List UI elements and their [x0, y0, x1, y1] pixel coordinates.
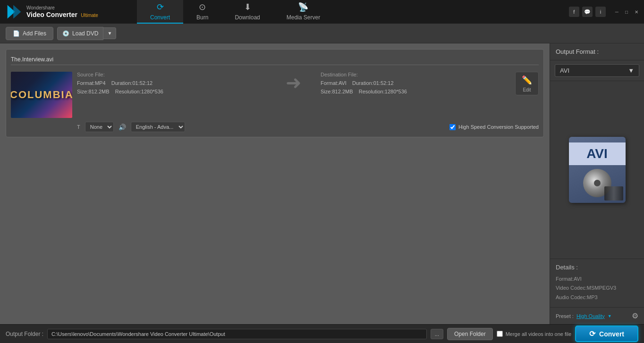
source-format-row: Format:MP4 Duration:01:52:12: [77, 79, 267, 88]
close-button[interactable]: ✕: [633, 8, 640, 16]
ultimate-label: Ultimate: [81, 13, 98, 18]
format-preview: AVI: [550, 81, 644, 259]
avi-film-strip: [604, 186, 623, 201]
source-label: Source File:: [77, 72, 267, 77]
dest-size-row: Size:812.2MB Resolution:1280*536: [321, 88, 510, 96]
edit-icon: ✏️: [522, 75, 532, 85]
burn-tab-icon: ⊙: [199, 2, 206, 12]
format-dropdown[interactable]: AVI ▼: [555, 64, 639, 77]
avi-format-icon: AVI: [569, 137, 626, 203]
logo-area: Wondershare Video Converter Ultimate: [0, 0, 137, 24]
convert-button-label: Convert: [599, 330, 624, 338]
file-thumbnail: COLUMBIA: [11, 72, 72, 118]
dest-format-value: AVI: [339, 80, 347, 86]
bottom-bar: Output Folder : ... Open Folder Merge al…: [0, 324, 644, 343]
right-panel: Output Format : AVI ▼ AVI Details : Form…: [550, 43, 644, 324]
source-duration-label: Duration:: [111, 80, 133, 86]
add-files-label: Add Files: [23, 30, 46, 37]
facebook-icon[interactable]: f: [569, 7, 579, 17]
dest-label: Destination File:: [321, 72, 510, 77]
source-file-details: Source File: Format:MP4 Duration:01:52:1…: [77, 72, 267, 96]
source-size-label: Size:: [77, 89, 88, 94]
file-item: The.Interview.avi COLUMBIA Source File: …: [6, 49, 544, 137]
dest-resolution-value: 1280*536: [385, 89, 407, 94]
info-icon[interactable]: i: [595, 7, 606, 17]
window-controls: ─ □ ✕: [610, 0, 644, 24]
details-header: Details :: [556, 264, 638, 271]
file-controls-row: T None 🔊 English - Adva... High Speed Co…: [11, 122, 539, 132]
toolbar: 📄 Add Files 💿 Load DVD ▼: [0, 24, 644, 43]
convert-button[interactable]: ⟳ Convert: [575, 326, 638, 342]
chat-icon[interactable]: 💬: [582, 7, 593, 17]
more-options-button[interactable]: ...: [431, 329, 443, 339]
source-duration-value: 01:52:12: [132, 80, 153, 86]
source-resolution-label: Resolution:: [115, 89, 141, 94]
load-dvd-button-group: 💿 Load DVD ▼: [57, 27, 116, 40]
preset-value[interactable]: High Quality: [576, 313, 605, 319]
high-speed-check: High Speed Conversion Supported: [449, 124, 539, 130]
preset-section: Preset : High Quality ▼ ⚙: [550, 307, 644, 324]
source-size-row: Size:812.2MB Resolution:1280*536: [77, 88, 267, 96]
audio-select[interactable]: English - Adva...: [131, 122, 185, 132]
load-dvd-label: Load DVD: [72, 30, 98, 37]
video-codec-detail: Video Codec:MSMPEGV3: [556, 284, 638, 293]
details-section: Details : Format:AVI Video Codec:MSMPEGV…: [550, 259, 644, 307]
dest-size-value: 812.2MB: [332, 89, 353, 94]
preset-arrow-icon: ▼: [608, 314, 612, 318]
tab-convert-label: Convert: [150, 14, 170, 21]
output-format-header: Output Format :: [550, 43, 644, 60]
tab-download-label: Download: [235, 14, 260, 21]
load-dvd-button[interactable]: 💿 Load DVD: [57, 27, 103, 40]
output-path-input[interactable]: [47, 329, 427, 339]
high-speed-checkbox[interactable]: [449, 124, 456, 130]
open-folder-button[interactable]: Open Folder: [447, 328, 493, 340]
tab-media-server[interactable]: 📡 Media Server: [273, 0, 333, 24]
dest-size-label: Size:: [321, 89, 332, 94]
file-item-main-row: COLUMBIA Source File: Format:MP4 Duratio…: [11, 72, 539, 118]
convert-spin-icon: ⟳: [589, 329, 595, 338]
maximize-button[interactable]: □: [623, 8, 630, 16]
format-dropdown-arrow: ▼: [628, 67, 634, 74]
app-logo-icon: [6, 3, 23, 20]
social-icons: f 💬 i: [565, 0, 610, 24]
gear-settings-icon[interactable]: ⚙: [632, 311, 638, 320]
file-item-name: The.Interview.avi: [11, 56, 53, 63]
tab-burn[interactable]: ⊙ Burn: [183, 0, 221, 24]
format-detail: Format:AVI: [556, 275, 638, 284]
format-dropdown-value: AVI: [560, 67, 569, 74]
audio-icon: 🔊: [119, 124, 126, 131]
dest-format-label: Format:: [321, 80, 339, 86]
nav-tabs: ⟳ Convert ⊙ Burn ⬇ Download 📡 Media Serv…: [137, 0, 565, 24]
merge-checkbox[interactable]: [497, 331, 503, 337]
main-layout: The.Interview.avi COLUMBIA Source File: …: [0, 43, 644, 324]
tab-media-server-label: Media Server: [287, 14, 320, 21]
dest-duration-label: Duration:: [352, 80, 373, 86]
merge-label: Merge all videos into one file: [506, 331, 571, 337]
edit-label: Edit: [523, 87, 531, 92]
load-dvd-dropdown-arrow[interactable]: ▼: [103, 27, 116, 39]
load-dvd-icon: 💿: [62, 30, 69, 37]
product-name-label: Video Converter: [26, 11, 77, 18]
wondershare-label: Wondershare: [26, 5, 98, 11]
add-files-icon: 📄: [13, 30, 20, 37]
download-tab-icon: ⬇: [244, 2, 251, 12]
source-format-value: MP4: [95, 80, 106, 86]
merge-checkbox-group: Merge all videos into one file: [497, 331, 571, 337]
tab-convert[interactable]: ⟳ Convert: [137, 0, 183, 24]
edit-button[interactable]: ✏️ Edit: [515, 72, 539, 95]
minimize-button[interactable]: ─: [613, 8, 620, 16]
tab-download[interactable]: ⬇ Download: [221, 0, 273, 24]
dest-resolution-label: Resolution:: [359, 89, 385, 94]
add-files-button[interactable]: 📄 Add Files: [6, 27, 53, 40]
media-server-tab-icon: 📡: [298, 2, 308, 12]
title-bar: Wondershare Video Converter Ultimate ⟳ C…: [0, 0, 644, 24]
source-size-value: 812.2MB: [88, 89, 109, 94]
audio-codec-detail: Audio Codec:MP3: [556, 293, 638, 302]
svg-marker-1: [13, 5, 21, 19]
source-format-label: Format:: [77, 80, 95, 86]
subtitle-select[interactable]: None: [85, 122, 114, 132]
format-selector: AVI ▼: [550, 60, 644, 81]
output-format-label: Output Format :: [556, 48, 599, 55]
high-speed-label: High Speed Conversion Supported: [458, 124, 539, 130]
file-item-title-row: The.Interview.avi: [11, 54, 539, 65]
